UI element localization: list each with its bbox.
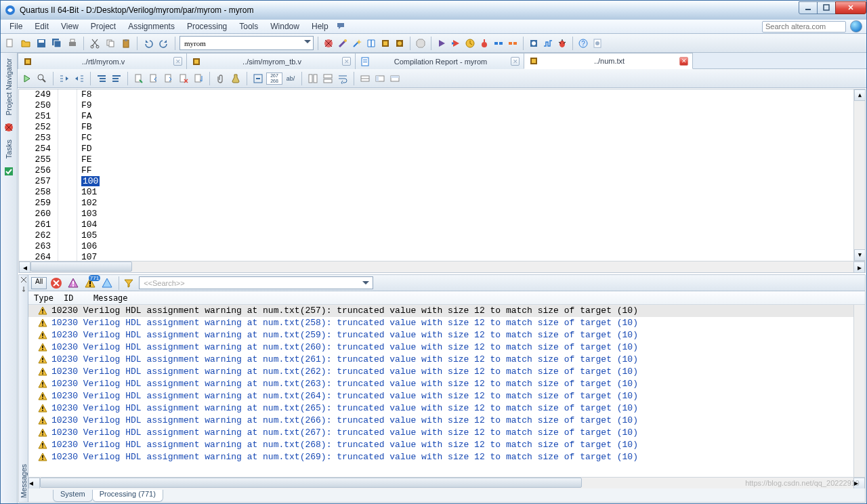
show-icon[interactable] [373,72,387,85]
cut-icon[interactable] [88,37,102,50]
funnel-icon[interactable] [123,278,134,289]
scroll-right-icon[interactable]: ▸ [853,261,865,273]
message-row[interactable]: 10230 Verilog HDL assignment warning at … [28,305,853,317]
menu-file[interactable]: File [3,20,28,33]
redo-icon[interactable] [157,37,171,50]
collapse-all-icon[interactable] [251,72,265,85]
msg-filter-warn-icon[interactable]: 771 [83,276,98,290]
search-input[interactable] [762,21,846,33]
message-row[interactable]: 10230 Verilog HDL assignment warning at … [28,354,853,366]
message-row[interactable]: 10230 Verilog HDL assignment warning at … [28,341,853,354]
messages-vscroll[interactable] [853,305,865,477]
book-icon[interactable] [365,37,377,49]
find-icon[interactable] [20,72,34,85]
code-line[interactable]: F8 [81,89,853,100]
scroll-left-icon[interactable]: ◂ [19,261,30,273]
print-icon[interactable] [66,37,79,50]
line-widget[interactable]: 267 268 [266,72,282,85]
menu-tools[interactable]: Tools [233,20,264,33]
analyze-icon[interactable] [450,37,462,49]
open-file-icon[interactable] [19,37,33,50]
bookmark-prev-icon[interactable] [147,72,161,85]
document-tab[interactable]: Compilation Report - myrom✕ [355,53,524,69]
layout-icon[interactable] [388,72,402,85]
code-line[interactable]: F9 [81,100,853,111]
message-row[interactable]: 10230 Verilog HDL assignment warning at … [28,451,853,463]
message-row[interactable]: 10230 Verilog HDL assignment warning at … [28,366,853,378]
message-row[interactable]: 10230 Verilog HDL assignment warning at … [28,317,853,329]
save-icon[interactable] [35,37,48,50]
tab-close-icon[interactable]: ✕ [342,57,351,66]
message-row[interactable]: 10230 Verilog HDL assignment warning at … [28,427,853,439]
outdent-icon[interactable] [95,72,108,85]
tab-close-icon[interactable]: ✕ [173,57,182,66]
msg-filter-info-icon[interactable] [100,276,114,290]
save-all-icon[interactable] [50,37,64,50]
scroll-up-icon[interactable]: ▴ [854,89,865,101]
project-navigator-tab[interactable]: Project Navigator [4,56,14,118]
indent-left-icon[interactable] [58,72,71,85]
feedback-icon[interactable] [335,20,348,33]
sim-icon[interactable] [478,37,490,49]
vertical-scrollbar[interactable]: ▴ ▾ [853,89,865,261]
message-row[interactable]: 10230 Verilog HDL assignment warning at … [28,402,853,415]
code-line[interactable]: 105 [81,230,853,241]
paste-icon[interactable] [119,37,133,50]
signal-icon[interactable] [542,37,554,49]
code-line[interactable]: FF [81,165,853,176]
close-button[interactable] [835,1,866,14]
wand-icon[interactable] [351,37,363,49]
menu-help[interactable]: Help [305,20,335,33]
code-editor[interactable]: F8F9FAFBFCFDFEFF100101102103104105106107 [77,89,853,261]
code-line[interactable]: FB [81,122,853,133]
indent-icon[interactable] [110,72,123,85]
project-combo[interactable]: myrom [179,36,314,50]
titlebar[interactable]: Quartus II 64-Bit - D:/Desktop/Verilog/m… [1,1,866,20]
close-panel-icon[interactable] [20,276,27,283]
document-tab[interactable]: ../num.txt✕ [524,53,693,69]
msg-scroll-thumb[interactable] [40,478,582,488]
maximize-button[interactable] [817,1,836,14]
col-type[interactable]: Type [28,293,64,303]
menu-edit[interactable]: Edit [28,20,55,33]
docs-icon[interactable] [591,37,604,49]
bookmark-list-icon[interactable] [192,72,205,85]
copy-icon[interactable] [104,37,117,50]
pin-icon[interactable] [20,286,27,293]
minimize-button[interactable] [799,1,818,14]
programmer-icon[interactable] [528,37,540,49]
code-line[interactable]: 106 [81,241,853,252]
msg-filter-critwarn-icon[interactable] [66,276,81,290]
menu-project[interactable]: Project [85,20,122,33]
messages-side-label[interactable]: Messages [20,460,28,502]
msg-filter-error-icon[interactable] [49,276,64,290]
message-row[interactable]: 10230 Verilog HDL assignment warning at … [28,415,853,427]
tab-close-icon[interactable]: ✕ [679,57,688,66]
ab-label[interactable]: ab/ [284,72,297,85]
horizontal-scrollbar[interactable]: ◂ ▸ [19,261,865,272]
debugger-icon[interactable] [556,37,568,49]
message-row[interactable]: 10230 Verilog HDL assignment warning at … [28,439,853,451]
net-icon[interactable] [492,37,505,49]
settings-icon[interactable] [337,37,349,49]
new-file-icon[interactable] [3,37,17,50]
scroll-down-icon[interactable]: ▾ [854,249,865,261]
col-id[interactable]: ID [64,293,93,303]
timequest-icon[interactable] [464,37,476,49]
bookmark-next-icon[interactable] [162,72,175,85]
msg-scroll-left-icon[interactable]: ◂ [28,478,40,489]
tab-close-icon[interactable]: ✕ [511,57,520,66]
help-icon[interactable]: ? [577,37,589,49]
hide-icon[interactable] [358,72,372,85]
tab-system[interactable]: System [53,490,93,502]
code-line[interactable]: 102 [81,198,853,209]
beaker-icon[interactable] [229,72,242,85]
messages-hscroll[interactable]: ◂ ▸ [28,477,865,488]
menu-view[interactable]: View [55,20,85,33]
messages-list[interactable]: 10230 Verilog HDL assignment warning at … [28,305,853,477]
message-row[interactable]: 10230 Verilog HDL assignment warning at … [28,390,853,402]
menu-assignments[interactable]: Assignments [122,20,181,33]
attach-icon[interactable] [214,72,228,85]
col-message[interactable]: Message [93,293,865,303]
scroll-thumb[interactable] [30,261,132,272]
